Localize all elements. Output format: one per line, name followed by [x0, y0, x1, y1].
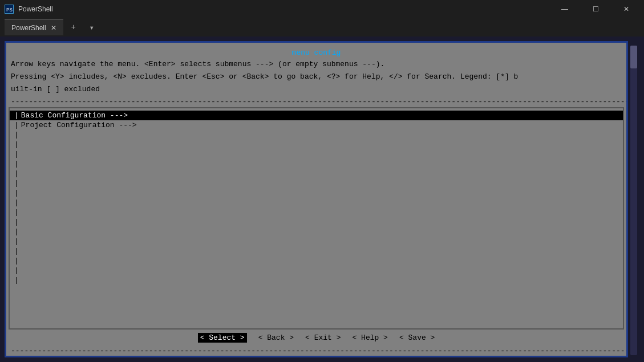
menu-row-empty-7: |: [10, 188, 623, 198]
menu-row-empty-12: |: [10, 237, 623, 246]
pipe-char: |: [14, 111, 19, 120]
separator-top: ----------------------------------------…: [6, 96, 626, 107]
maximize-button[interactable]: ☐: [582, 0, 609, 18]
minimize-button[interactable]: —: [552, 0, 578, 18]
menu-item-project-config[interactable]: | Project Configuration --->: [10, 120, 623, 130]
menu-row-empty-2: |: [10, 140, 623, 149]
titlebar: PS PowerShell — ☐ ✕: [0, 0, 644, 18]
tab-bar: PowerShell ✕ + ▾: [0, 18, 644, 36]
info-line-1: Arrow keys navigate the menu. <Enter> se…: [6, 58, 626, 71]
menu-row-empty-13: |: [10, 246, 623, 256]
menu-row-empty-11: |: [10, 227, 623, 237]
svg-text:PS: PS: [6, 7, 13, 13]
menu-row-empty-6: |: [10, 178, 623, 188]
menu-title: menu config: [6, 47, 626, 58]
menu-row-empty-5: |: [10, 169, 623, 178]
right-sidebar: [628, 41, 639, 357]
help-button[interactable]: < Help >: [353, 333, 388, 342]
close-button[interactable]: ✕: [613, 0, 639, 18]
app-icon: PS: [5, 5, 14, 14]
back-button[interactable]: < Back >: [258, 333, 294, 342]
exit-button[interactable]: < Exit >: [305, 333, 341, 342]
tab-dropdown-button[interactable]: ▾: [84, 19, 100, 35]
menu-row-empty-9: |: [10, 208, 623, 217]
tab-label: PowerShell: [11, 24, 46, 32]
menu-row-empty-4: |: [10, 159, 623, 169]
outer-area: menu config Arrow keys navigate the menu…: [0, 36, 644, 362]
tab-powershell[interactable]: PowerShell ✕: [5, 19, 63, 35]
menu-row-empty-15: |: [10, 266, 623, 275]
pipe-char: |: [14, 121, 19, 129]
info-line-2: Pressing <Y> includes, <N> excludes. Ent…: [6, 71, 626, 83]
info-line-3: uilt-in [ ] excluded: [6, 83, 626, 96]
terminal-inner: menu config Arrow keys navigate the menu…: [6, 43, 626, 356]
select-button[interactable]: < Select >: [198, 333, 247, 343]
menu-row-empty-14: |: [10, 256, 623, 266]
tab-close-icon[interactable]: ✕: [51, 24, 56, 32]
scrollbar-track[interactable]: [630, 46, 637, 355]
menu-row-empty-3: |: [10, 149, 623, 159]
tab-add-button[interactable]: +: [66, 19, 82, 35]
button-bar: < Select > < Back > < Exit > < Help > < …: [6, 330, 626, 346]
separator-bottom: ----------------------------------------…: [6, 346, 626, 356]
terminal-frame: menu config Arrow keys navigate the menu…: [5, 41, 628, 357]
menu-item-basic-config[interactable]: | Basic Configuration --->: [10, 111, 623, 120]
app-title: PowerShell: [18, 5, 547, 13]
menu-row-empty-10: |: [10, 217, 623, 227]
menu-item-label: Project Configuration --->: [21, 121, 137, 129]
save-button[interactable]: < Save >: [399, 333, 435, 342]
menu-item-label: Basic Configuration --->: [21, 111, 128, 120]
menu-row-empty-8: |: [10, 198, 623, 208]
menu-row-empty-1: |: [10, 130, 623, 140]
menu-items-container: | Basic Configuration ---> | Project Con…: [10, 108, 623, 287]
menu-row-empty-16: |: [10, 275, 623, 285]
scrollbar-thumb[interactable]: [630, 46, 637, 68]
menu-area: | Basic Configuration ---> | Project Con…: [9, 107, 624, 330]
